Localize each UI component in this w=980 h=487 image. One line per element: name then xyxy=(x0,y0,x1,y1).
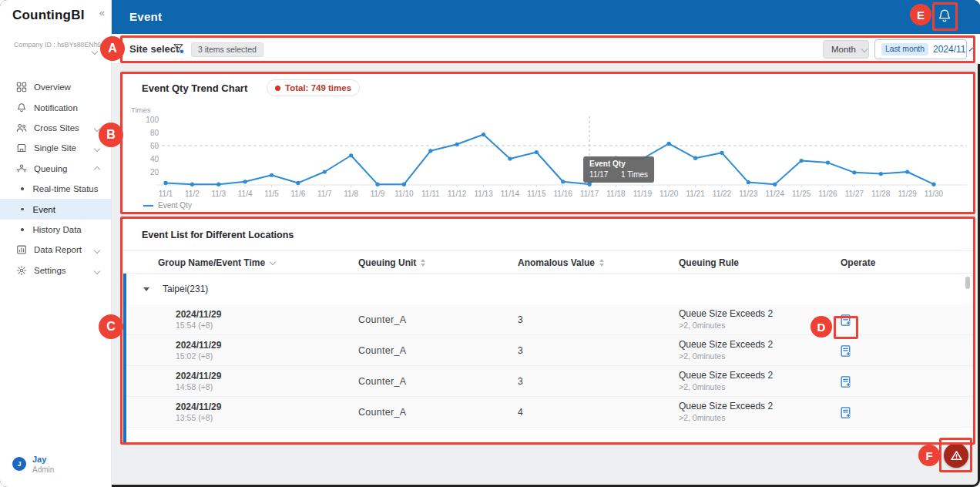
view-detail-icon[interactable] xyxy=(839,406,852,419)
svg-text:11/27: 11/27 xyxy=(845,190,864,198)
event-list-card: Event List for Different Locations Group… xyxy=(123,218,974,445)
table-row: 2024/11/29 15:02 (+8) Counter_A 3 Queue … xyxy=(126,335,974,366)
period-picker[interactable]: Last month 2024/11 xyxy=(874,39,967,59)
sidebar-item-label: Single Site xyxy=(34,143,76,153)
dashboard-grid-icon xyxy=(15,82,27,93)
event-date: 2024/11/29 xyxy=(176,340,221,351)
sidebar-item-settings[interactable]: Settings xyxy=(0,260,111,280)
sidebar-item-label: Queuing xyxy=(34,164,67,173)
sidebar-item-queuing[interactable]: Queuing xyxy=(0,159,111,179)
svg-text:11/7: 11/7 xyxy=(317,190,332,198)
event-time: 14:58 (+8) xyxy=(176,382,213,391)
sidebar-item-event[interactable]: Event xyxy=(0,199,111,219)
sort-icon xyxy=(599,259,604,267)
col-queuing-unit[interactable]: Queuing Unit xyxy=(358,257,425,268)
sidebar-item-single-site[interactable]: Single Site xyxy=(0,138,111,158)
sort-icon xyxy=(421,259,425,267)
sidebar-item-realtime-status[interactable]: Real-time Status xyxy=(0,179,111,199)
group-row-taipei[interactable]: Taipei(231) xyxy=(123,274,974,304)
queuing-unit: Counter_A xyxy=(358,345,406,356)
sidebar-item-label: Event xyxy=(33,205,55,214)
alert-fab-button[interactable] xyxy=(944,443,968,468)
people-icon xyxy=(15,122,27,133)
sidebar-item-label: Notification xyxy=(34,103,78,113)
bullet-icon xyxy=(21,208,24,211)
event-time: 15:54 (+8) xyxy=(176,321,213,330)
col-group-name[interactable]: Group Name/Event Time xyxy=(158,257,275,268)
queuing-rule: Queue Size Exceeds 2 xyxy=(679,308,773,319)
svg-text:11/10: 11/10 xyxy=(394,190,414,198)
svg-text:11/2: 11/2 xyxy=(185,190,200,198)
page-title: Event xyxy=(129,10,162,23)
svg-text:11/30: 11/30 xyxy=(925,190,944,198)
sidebar-nav: Overview Notification Cross Sites Single… xyxy=(0,77,111,280)
sidebar-item-history-data[interactable]: History Data xyxy=(0,220,111,240)
col-label: Queuing Rule xyxy=(679,257,739,268)
chevron-down-icon xyxy=(94,146,100,152)
view-detail-icon[interactable] xyxy=(839,375,852,388)
sidebar-collapse-icon[interactable]: « xyxy=(99,7,105,18)
svg-text:11/8: 11/8 xyxy=(344,190,358,198)
svg-text:11/17: 11/17 xyxy=(589,170,609,179)
chevron-down-icon xyxy=(94,126,100,132)
site-select-label: Site select xyxy=(129,43,179,55)
event-date: 2024/11/29 xyxy=(176,401,221,412)
period-tag: Last month xyxy=(881,43,928,55)
total-badge-text: Total: 749 times xyxy=(285,83,351,92)
queuing-rule-detail: >2, 0minutes xyxy=(679,382,725,391)
sidebar-item-cross-sites[interactable]: Cross Sites xyxy=(0,118,111,138)
sidebar-item-overview[interactable]: Overview xyxy=(0,77,111,97)
col-label: Group Name/Event Time xyxy=(158,257,265,268)
col-label: Queuing Unit xyxy=(358,257,416,268)
chevron-down-icon xyxy=(861,46,868,52)
chart-legend: Event Qty xyxy=(143,201,192,210)
granularity-select[interactable]: Month xyxy=(823,40,869,59)
event-date: 2024/11/29 xyxy=(176,309,221,320)
sidebar-item-data-report[interactable]: Data Report xyxy=(0,240,111,260)
svg-text:11/4: 11/4 xyxy=(238,190,253,198)
sidebar-item-label: History Data xyxy=(33,225,82,234)
queuing-rule-detail: >2, 0minutes xyxy=(679,413,725,422)
svg-text:1 Times: 1 Times xyxy=(621,170,648,179)
bell-icon xyxy=(15,102,27,113)
avatar: J xyxy=(12,457,26,471)
selected-items-badge[interactable]: 3 items selected xyxy=(191,42,263,57)
col-anomalous-value[interactable]: Anomalous Value xyxy=(518,257,604,268)
svg-text:11/21: 11/21 xyxy=(686,190,705,198)
filter-funnel-icon[interactable] xyxy=(173,42,185,55)
brand-logo: CountingBI xyxy=(12,8,85,23)
anomalous-value: 3 xyxy=(518,376,523,387)
table-scrollbar[interactable] xyxy=(965,277,970,289)
company-id-label: Company ID : hsBYs88ENh9S xyxy=(14,41,106,49)
filter-bar: Site select 3 items selected Month Last … xyxy=(112,34,980,64)
view-detail-icon[interactable] xyxy=(839,314,852,327)
queuing-rule-detail: >2, 0minutes xyxy=(679,351,725,361)
sidebar-item-notification[interactable]: Notification xyxy=(0,97,111,117)
sort-chevron-down-icon xyxy=(270,258,276,264)
svg-text:11/13: 11/13 xyxy=(474,190,493,198)
warning-triangle-icon xyxy=(949,448,964,463)
company-chevron-down-icon[interactable] xyxy=(92,49,98,55)
chevron-down-icon xyxy=(94,247,100,254)
sidebar-item-label: Cross Sites xyxy=(34,123,79,133)
event-date: 2024/11/29 xyxy=(176,371,221,381)
sidebar-item-label: Overview xyxy=(34,82,71,92)
queuing-rule: Queue Size Exceeds 2 xyxy=(679,339,773,350)
queuing-rule: Queue Size Exceeds 2 xyxy=(679,401,773,411)
view-detail-icon[interactable] xyxy=(839,344,852,358)
svg-text:11/16: 11/16 xyxy=(554,190,573,198)
sidebar-item-label: Data Report xyxy=(34,245,82,254)
bullet-icon xyxy=(21,228,24,231)
notification-bell-icon[interactable] xyxy=(936,8,955,26)
svg-text:Event Qty: Event Qty xyxy=(589,160,626,168)
red-dot-icon xyxy=(275,86,280,91)
queuing-unit: Counter_A xyxy=(358,314,406,325)
table-title: Event List for Different Locations xyxy=(142,230,294,240)
group-name: Taipei(231) xyxy=(163,284,208,294)
trend-line-chart[interactable]: 2040608010011/111/211/311/411/511/611/71… xyxy=(123,104,974,201)
user-name: Jay xyxy=(32,455,46,464)
expand-caret-icon xyxy=(143,287,149,291)
anomalous-value: 3 xyxy=(518,314,523,325)
user-profile[interactable]: J Jay Admin xyxy=(0,455,112,481)
svg-text:11/14: 11/14 xyxy=(501,190,520,198)
